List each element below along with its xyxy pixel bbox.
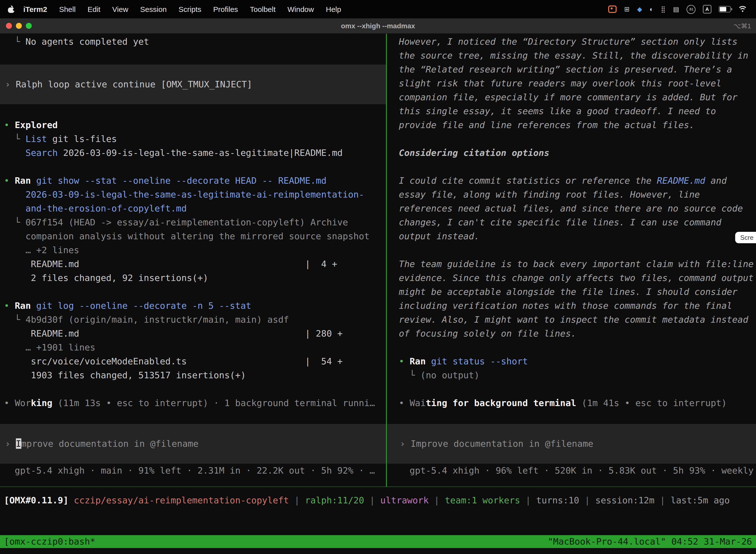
blue-app-icon[interactable]: ◆ [637, 6, 642, 12]
terminal-line: • Ran git status --short [399, 354, 756, 368]
battery-icon[interactable] [719, 6, 731, 12]
grid-app-icon[interactable]: ⊞ [624, 6, 630, 12]
right-pane[interactable]: However, I noticed the “Directory Struct… [387, 34, 756, 487]
terminal-input-box[interactable]: › Ralph loop active continue [OMX_TMUX_I… [0, 64, 386, 104]
text-segment: and [705, 175, 727, 186]
keyboard-icon[interactable]: ▤ [673, 6, 679, 12]
tmux-status-bar: [omx-cczip0:bash* "MacBook-Pro-44.local"… [0, 535, 756, 548]
text-segment: gpt-5.4 xhigh · 96% left · 520K in · 5.8… [399, 465, 756, 476]
text-segment: slight risk that future readers may over… [399, 78, 721, 88]
menu-item-help[interactable]: Help [320, 5, 347, 13]
terminal-line: 1903 files changed, 513517 insertions(+) [4, 368, 386, 382]
input-source-icon[interactable]: A [703, 5, 711, 13]
text-segment: evidence. Since this change only affects… [399, 273, 754, 283]
menu-item-iterm2[interactable]: iTerm2 [17, 5, 53, 13]
text-segment: › [400, 438, 411, 449]
text-segment: Ran [15, 300, 31, 311]
text-segment: the “Related research writing” section i… [399, 64, 732, 74]
menu-bar-status-icons: ⊞ ◆ ◐ ⣿ ▤ .61 A [609, 5, 750, 14]
battery-percent-icon[interactable]: .61 [687, 5, 695, 14]
terminal-input-box[interactable]: › Improve documentation in @filename [0, 424, 386, 464]
terminal-line: • Ran git show --stat --oneline --decora… [4, 174, 386, 188]
text-segment: Ralph loop active continue [OMX_TMUX_INJ… [16, 79, 252, 89]
menu-item-scripts[interactable]: Scripts [173, 5, 207, 13]
terminal-input-box[interactable]: › Improve documentation in @filename [387, 424, 756, 464]
text-segment: └ [399, 370, 421, 380]
text-segment: | [289, 495, 305, 505]
dots-grid-icon[interactable]: ⣿ [661, 6, 666, 12]
text-segment: last:5m ago [671, 495, 730, 505]
text-segment: might be acceptable alongside the file l… [399, 286, 737, 297]
terminal-line: slight risk that future readers may over… [399, 76, 756, 90]
blank-line [399, 160, 756, 174]
terminal-line: src/voice/voiceModeEnabled.ts | 54 + [4, 354, 386, 368]
blank-line [4, 410, 386, 424]
terminal-line: … +1901 lines [4, 340, 386, 354]
text-segment [4, 189, 25, 200]
text-segment: essay file, along with finding root file… [399, 189, 700, 200]
left-pane[interactable]: └ No agents completed yet› Ralph loop ac… [0, 34, 386, 487]
blank-line [399, 410, 756, 424]
text-segment: (no output) [421, 370, 480, 380]
menu-item-toolbelt[interactable]: Toolbelt [244, 5, 281, 13]
terminal-line: the “Related research writing” section i… [399, 63, 756, 76]
screen-share-overlay-button[interactable]: Scre [736, 232, 756, 243]
text-segment: provide file and line references from th… [399, 120, 694, 130]
zoom-window-button[interactable] [26, 23, 32, 29]
terminal-line: changes, I can't cite specific file line… [399, 215, 756, 229]
terminal-line: … +2 lines [4, 243, 386, 257]
terminal-line: └ 067f154 (HEAD -> essay/ai-reimplementa… [4, 215, 386, 229]
menu-item-session[interactable]: Session [134, 5, 173, 13]
text-segment: king [31, 398, 52, 408]
macos-menu-bar: iTerm2 Shell Edit View Session Scripts P… [0, 0, 756, 18]
text-segment: git log --oneline --decorate -n 5 --stat [36, 300, 251, 311]
text-segment: README.md | 280 + [4, 328, 342, 339]
text-segment: Explored [15, 120, 58, 130]
text-segment: • [4, 175, 15, 186]
terminal-line: the source tree, missing the essay. Stil… [399, 49, 756, 63]
screen-recording-indicator-icon[interactable] [609, 5, 617, 13]
text-segment: | [520, 495, 536, 505]
text-segment: Ran [15, 175, 31, 186]
terminal-line: evidence. Since this change only affects… [399, 271, 756, 285]
text-segment: However, I noticed the “Directory Struct… [399, 36, 737, 47]
apple-menu-icon[interactable] [8, 5, 14, 13]
text-segment: | [429, 495, 445, 505]
terminal-line: references need actual files, and since … [399, 202, 756, 215]
terminal-line: • Ran git log --oneline --decorate -n 5 … [4, 299, 386, 313]
close-window-button[interactable] [6, 23, 12, 29]
wifi-icon[interactable] [738, 6, 747, 12]
terminal-line: might be acceptable alongside the file l… [399, 285, 756, 299]
text-segment: | [579, 495, 595, 505]
menu-item-edit[interactable]: Edit [82, 5, 107, 13]
tmux-host-clock-label: "MacBook-Pro-44.local" 04:52 31-Mar-26 [548, 535, 752, 548]
terminal-line: essay file, along with finding root file… [399, 188, 756, 202]
menu-item-profiles[interactable]: Profiles [207, 5, 244, 13]
menu-item-view[interactable]: View [107, 5, 134, 13]
blank-line [4, 382, 386, 396]
terminal-line: gpt-5.4 xhigh · main · 91% left · 2.31M … [4, 464, 386, 478]
minimize-window-button[interactable] [16, 23, 22, 29]
text-segment: ralph:11/20 [305, 495, 364, 505]
terminal-line: • Waiting for background terminal (1m 41… [399, 396, 756, 410]
blank-line [399, 132, 756, 146]
tmux-session-label: [omx-cczip0:bash* [4, 535, 95, 548]
text-segment: companion file, especially if more comme… [399, 92, 737, 102]
omx-status-area: [OMX#0.11.9] cczip/essay/ai-reimplementa… [0, 487, 756, 542]
blank-line [399, 382, 756, 396]
text-segment: ultrawork [380, 495, 429, 505]
text-segment: companion analysis without altering the … [4, 231, 370, 241]
terminal-line: • Explored [4, 118, 386, 132]
text-segment: (1m 41s • esc to interrupt) [576, 398, 727, 408]
menu-item-window[interactable]: Window [281, 5, 320, 13]
menu-item-shell[interactable]: Shell [53, 5, 82, 13]
text-segment: • [399, 398, 410, 408]
terminal-line: 2 files changed, 92 insertions(+) [4, 271, 386, 285]
terminal-line: provide file and line references from th… [399, 118, 756, 132]
text-segment: mprove documentation in @filename [21, 438, 198, 449]
dark-app-icon[interactable]: ◐ [649, 6, 653, 12]
text-segment: team:1 workers [445, 495, 520, 505]
terminal-line: output instead. [399, 229, 756, 243]
text-segment: List [25, 133, 47, 144]
text-segment [4, 148, 25, 158]
